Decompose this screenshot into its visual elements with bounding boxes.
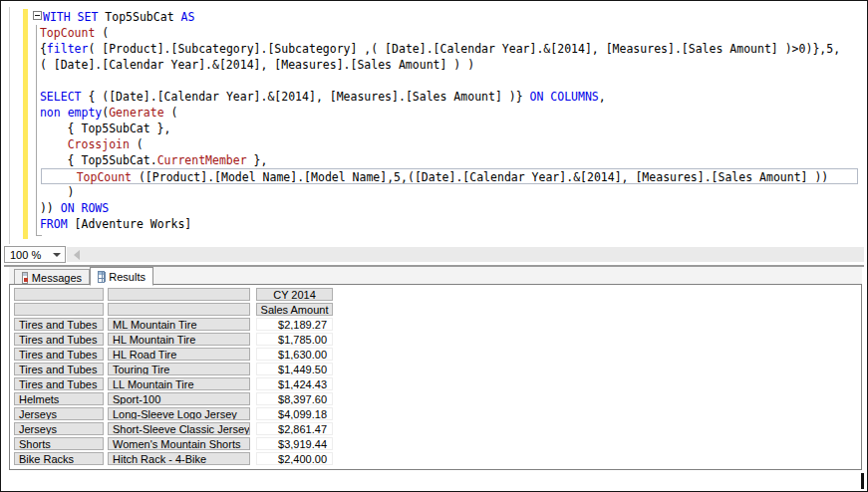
code-token: Crossjoin <box>68 137 130 151</box>
grid-value-cell[interactable]: $8,397.60 <box>256 392 333 405</box>
code-token <box>33 106 40 120</box>
grid-corner-cell[interactable] <box>14 303 104 316</box>
code-token: [Adventure Works] <box>68 217 192 231</box>
code-token <box>42 170 77 184</box>
grid-row-header-cell[interactable]: LL Mountain Tire <box>108 377 250 390</box>
code-line[interactable] <box>33 73 862 89</box>
mdx-editor[interactable]: WITH SET Top5SubCat AS TopCount ( {filte… <box>9 7 864 244</box>
grid-row-header-cell[interactable]: Tires and Tubes <box>14 348 104 361</box>
messages-icon <box>22 272 28 284</box>
grid-column-header[interactable]: CY 2014 <box>256 288 333 301</box>
grid-row-header-cell[interactable]: Short-Sleeve Classic Jersey <box>108 422 250 435</box>
code-token: Generate <box>109 106 163 120</box>
code-line[interactable]: ) <box>33 184 862 200</box>
grid-row-header-cell[interactable]: Women's Mountain Shorts <box>108 437 250 450</box>
grid-data-row: ShortsWomen's Mountain Shorts$3,919.44 <box>10 437 861 452</box>
code-token: { Top5SubCat }, <box>33 122 170 135</box>
grid-header-row: Sales Amount <box>10 303 861 318</box>
query-window: WITH SET Top5SubCat AS TopCount ( {filte… <box>0 0 868 492</box>
code-line[interactable]: SELECT { ([Date].[Calendar Year].&[2014]… <box>33 89 862 105</box>
grid-column-header[interactable]: Sales Amount <box>256 303 333 316</box>
code-line[interactable]: non empty(Generate ( <box>33 105 862 121</box>
grid-row-header-cell[interactable]: Tires and Tubes <box>14 333 104 346</box>
grid-value-cell[interactable]: $1,424.43 <box>256 377 333 390</box>
results-pane: CY 2014Sales AmountTires and TubesML Mou… <box>9 284 862 470</box>
grid-row-header-cell[interactable]: HL Road Tire <box>108 348 250 361</box>
code-line[interactable]: { Top5SubCat }, <box>33 121 862 136</box>
code-line[interactable]: WITH SET Top5SubCat AS <box>33 9 862 25</box>
code-line[interactable]: Crossjoin ( <box>33 136 862 152</box>
fold-region-line-end <box>36 235 42 236</box>
code-token: SELECT <box>40 90 82 104</box>
grid-value-cell[interactable]: $3,919.44 <box>256 437 333 450</box>
grid-corner-cell[interactable] <box>14 288 104 301</box>
zoom-level: 100 % <box>10 249 41 261</box>
horizontal-scrollbar[interactable] <box>67 247 864 262</box>
code-line[interactable]: { Top5SubCat.CurrentMember }, <box>33 152 862 168</box>
chevron-down-icon[interactable] <box>53 253 61 257</box>
code-token <box>33 90 40 104</box>
results-tabstrip: Messages Results <box>9 267 862 285</box>
code-token: TopCount <box>77 170 132 184</box>
code-line[interactable]: TopCount ( <box>33 25 862 41</box>
grid-row-header-cell[interactable]: Jerseys <box>14 407 104 420</box>
code-token: }, <box>247 153 268 167</box>
code-token: TopCount <box>40 26 95 40</box>
code-line[interactable]: FROM [Adventure Works] <box>33 216 862 232</box>
grid-value-cell[interactable]: $4,099.18 <box>256 407 333 420</box>
grid-data-row: Tires and TubesTouring Tire$1,449.50 <box>10 363 861 377</box>
grid-value-cell[interactable]: $2,861.47 <box>256 422 333 435</box>
grid-row-header-cell[interactable]: HL Mountain Tire <box>108 333 250 346</box>
grid-data-row: Tires and TubesLL Mountain Tire$1,424.43 <box>10 377 861 392</box>
grid-corner-cell[interactable] <box>108 303 250 316</box>
grid-data-row: JerseysLong-Sleeve Logo Jersey$4,099.18 <box>10 407 861 422</box>
grid-row-header-cell[interactable]: Hitch Rack - 4-Bike <box>108 452 250 465</box>
code-token: { <box>33 42 47 56</box>
grid-row-header-cell[interactable]: Tires and Tubes <box>14 363 104 375</box>
editor-bottom-bar: 100 % <box>4 246 864 263</box>
code-line-current[interactable]: TopCount ([Product].[Model Name].[Model … <box>41 168 858 184</box>
grid-row-header-cell[interactable]: Jerseys <box>14 422 104 435</box>
results-grid-icon <box>98 271 105 283</box>
code-area[interactable]: WITH SET Top5SubCat AS TopCount ( {filte… <box>33 9 862 232</box>
grid-value-cell[interactable]: $1,630.00 <box>256 348 333 361</box>
tab-results[interactable]: Results <box>90 267 153 286</box>
code-token: Top5SubCat <box>98 10 180 24</box>
grid-row-header-cell[interactable]: Touring Tire <box>108 363 250 375</box>
grid-value-cell[interactable]: $1,785.00 <box>256 333 333 346</box>
code-token: FROM <box>40 217 68 231</box>
results-grid: CY 2014Sales AmountTires and TubesML Mou… <box>10 288 861 467</box>
fold-collapse-icon[interactable] <box>33 11 42 20</box>
code-token: filter <box>47 42 89 56</box>
grid-row-header-cell[interactable]: Tires and Tubes <box>14 377 104 390</box>
grid-value-cell[interactable]: $2,400.00 <box>256 452 333 465</box>
grid-data-row: JerseysShort-Sleeve Classic Jersey$2,861… <box>10 422 861 437</box>
grid-data-row: Tires and TubesHL Road Tire$1,630.00 <box>10 348 861 363</box>
code-token: WITH SET <box>43 10 98 24</box>
code-token: AS <box>180 10 194 24</box>
change-tracking-bar <box>23 9 28 239</box>
scroll-left-icon[interactable] <box>74 250 80 260</box>
grid-data-row: HelmetsSport-100$8,397.60 <box>10 392 861 407</box>
grid-row-header-cell[interactable]: Helmets <box>14 392 104 405</box>
code-token: , <box>599 90 606 104</box>
grid-corner-cell[interactable] <box>108 288 250 301</box>
grid-row-header-cell[interactable]: Tires and Tubes <box>14 318 104 331</box>
grid-row-header-cell[interactable]: ML Mountain Tire <box>108 318 250 331</box>
code-token <box>33 137 68 151</box>
code-token: ([Product].[Model Name].[Model Name],5,(… <box>132 170 828 184</box>
grid-value-cell[interactable]: $2,189.27 <box>256 318 333 331</box>
zoom-select[interactable]: 100 % <box>4 246 66 263</box>
grid-row-header-cell[interactable]: Sport-100 <box>108 392 250 405</box>
code-token: ( <box>95 26 109 40</box>
grid-row-header-cell[interactable]: Shorts <box>14 437 104 450</box>
grid-row-header-cell[interactable]: Long-Sleeve Logo Jersey <box>108 407 250 420</box>
grid-row-header-cell[interactable]: Bike Racks <box>14 452 104 465</box>
code-line[interactable]: )) ON ROWS <box>33 200 862 216</box>
code-token: ON COLUMNS <box>530 90 599 104</box>
code-line[interactable]: {filter( [Product].[Subcategory].[Subcat… <box>33 41 862 57</box>
grid-value-cell[interactable]: $1,449.50 <box>256 363 333 375</box>
code-token <box>33 26 40 40</box>
code-token: ON ROWS <box>61 201 109 215</box>
code-line[interactable]: ( [Date].[Calendar Year].&[2014], [Measu… <box>33 57 862 73</box>
